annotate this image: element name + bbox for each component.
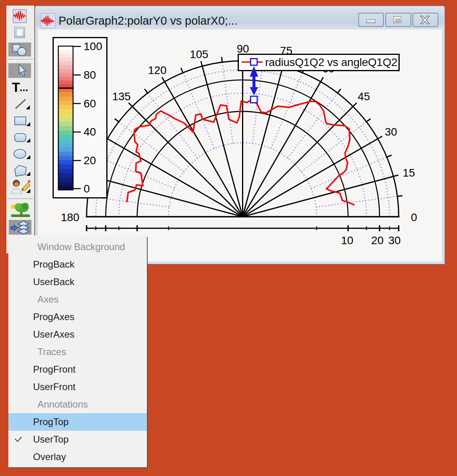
svg-text:T: T — [12, 80, 20, 95]
svg-text:30: 30 — [385, 126, 397, 138]
svg-text:100: 100 — [84, 40, 102, 52]
svg-text:20: 20 — [371, 234, 383, 247]
svg-text:40: 40 — [84, 126, 96, 138]
svg-text:135: 135 — [112, 90, 131, 103]
svg-text:10: 10 — [341, 234, 353, 247]
svg-text:15: 15 — [402, 167, 415, 179]
svg-text:20: 20 — [84, 154, 96, 167]
svg-text:0: 0 — [411, 211, 417, 223]
svg-text:180: 180 — [61, 211, 80, 223]
svg-text:80: 80 — [84, 69, 96, 81]
svg-text:45: 45 — [357, 90, 370, 103]
svg-text:...: ... — [20, 82, 28, 93]
svg-text:120: 120 — [148, 64, 167, 76]
svg-text:60: 60 — [84, 97, 96, 110]
svg-text:30: 30 — [388, 234, 400, 247]
svg-text:105: 105 — [190, 48, 209, 60]
svg-text:0: 0 — [84, 183, 90, 195]
